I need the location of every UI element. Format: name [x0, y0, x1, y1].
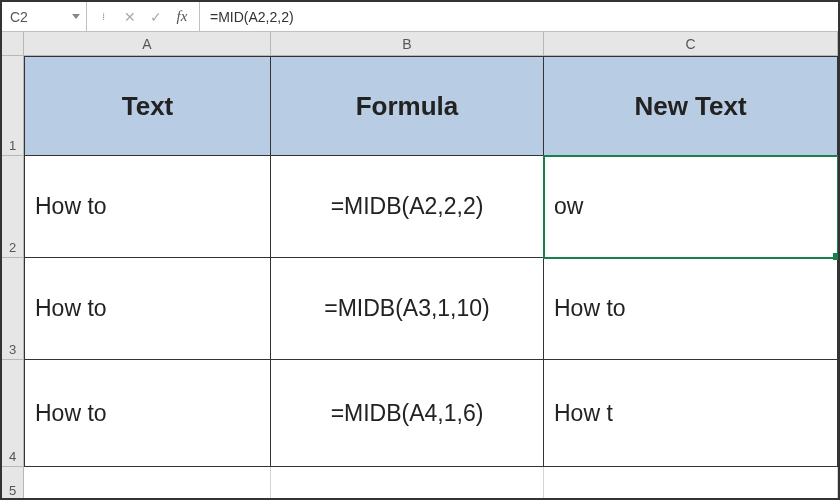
fx-icon[interactable]: fx: [169, 2, 195, 31]
cell-B1[interactable]: Formula: [271, 56, 544, 156]
cell-A1[interactable]: Text: [24, 56, 271, 156]
cell-A5[interactable]: [24, 467, 271, 500]
cell-C4[interactable]: How t: [544, 360, 838, 467]
column-header-B[interactable]: B: [271, 32, 544, 56]
fill-handle[interactable]: [833, 253, 840, 260]
dropdown-icon[interactable]: [72, 14, 80, 19]
cell-C1[interactable]: New Text: [544, 56, 838, 156]
cell-B2[interactable]: =MIDB(A2,2,2): [271, 156, 544, 258]
cell-A3[interactable]: How to: [24, 258, 271, 360]
select-all-corner[interactable]: [2, 32, 24, 56]
formula-controls: ⁞ ✕ ✓ fx: [87, 2, 200, 31]
cancel-icon[interactable]: ✕: [117, 2, 143, 31]
row-header-3[interactable]: 3: [2, 258, 24, 360]
formula-bar: C2 ⁞ ✕ ✓ fx =MID(A2,2,2): [2, 2, 838, 32]
row-header-4[interactable]: 4: [2, 360, 24, 467]
row-header-2[interactable]: 2: [2, 156, 24, 258]
cell-B5[interactable]: [271, 467, 544, 500]
cell-B3[interactable]: =MIDB(A3,1,10): [271, 258, 544, 360]
name-box[interactable]: C2: [2, 2, 87, 31]
row-header-1[interactable]: 1: [2, 56, 24, 156]
cell-B4[interactable]: =MIDB(A4,1,6): [271, 360, 544, 467]
expand-icon[interactable]: ⁞: [91, 2, 117, 31]
cell-C5[interactable]: [544, 467, 838, 500]
formula-input[interactable]: =MID(A2,2,2): [200, 2, 838, 31]
cell-A2[interactable]: How to: [24, 156, 271, 258]
column-header-A[interactable]: A: [24, 32, 271, 56]
name-box-value: C2: [10, 9, 28, 25]
column-header-C[interactable]: C: [544, 32, 838, 56]
cell-C2-value: ow: [554, 193, 583, 220]
spreadsheet-grid: A B C 1 Text Formula New Text 2 How to =…: [2, 32, 838, 500]
cell-C3[interactable]: How to: [544, 258, 838, 360]
enter-icon[interactable]: ✓: [143, 2, 169, 31]
cell-C2[interactable]: ow: [544, 156, 838, 258]
row-header-5[interactable]: 5: [2, 467, 24, 500]
cell-A4[interactable]: How to: [24, 360, 271, 467]
